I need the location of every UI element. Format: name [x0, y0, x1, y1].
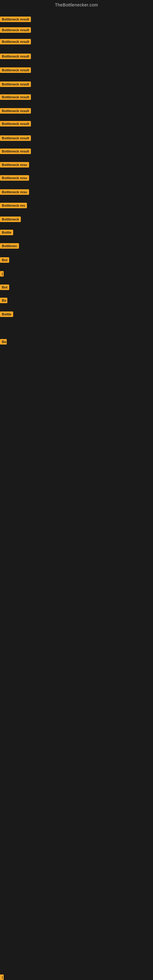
- bottleneck-badge[interactable]: Bot: [0, 257, 9, 263]
- bottleneck-badge-row-25: |: [0, 975, 4, 980]
- bottleneck-badge[interactable]: |: [0, 975, 4, 980]
- bottleneck-badge-row-1: Bottleneck result: [0, 16, 31, 23]
- bottleneck-badge[interactable]: Bottlenec: [0, 243, 19, 249]
- bottleneck-badge-row-12: Bottleneck resu: [0, 162, 29, 169]
- bottleneck-badge[interactable]: Bottleneck result: [0, 54, 31, 59]
- bottleneck-badge[interactable]: Bottleneck resu: [0, 162, 29, 167]
- bottleneck-badge-row-20: |: [0, 271, 4, 278]
- bottleneck-badge[interactable]: Bo: [0, 298, 7, 303]
- bottleneck-badge[interactable]: Bottleneck result: [0, 67, 31, 73]
- bottleneck-badge-row-16: Bottleneck: [0, 216, 21, 223]
- bottleneck-badge-row-24: Bo: [0, 339, 7, 346]
- bottleneck-badge[interactable]: Bottleneck result: [0, 121, 31, 126]
- bottleneck-badge-row-17: Bottle: [0, 230, 13, 236]
- bottleneck-badge-row-13: Bottleneck resu: [0, 175, 29, 182]
- bottleneck-badge-row-9: Bottleneck result: [0, 121, 31, 128]
- bottleneck-badge[interactable]: Bottleneck result: [0, 27, 31, 33]
- bottleneck-badge[interactable]: Bottleneck result: [0, 16, 31, 22]
- bottleneck-badge-row-18: Bottlenec: [0, 243, 19, 250]
- bottleneck-badge-row-14: Bottleneck resu: [0, 189, 29, 196]
- bottleneck-badge[interactable]: Bot: [0, 285, 9, 290]
- bottleneck-badge-row-11: Bottleneck result: [0, 148, 31, 155]
- site-title: TheBottlenecker.com: [0, 0, 153, 10]
- bottleneck-badge-row-3: Bottleneck result: [0, 39, 31, 46]
- bottleneck-badge[interactable]: Bottleneck: [0, 216, 21, 222]
- bottleneck-badge-row-2: Bottleneck result: [0, 27, 31, 34]
- bottleneck-badge[interactable]: Bottleneck res: [0, 203, 27, 208]
- bottleneck-badge-row-7: Bottleneck result: [0, 94, 31, 101]
- bottleneck-badge[interactable]: Bottleneck result: [0, 108, 31, 114]
- bottleneck-badge-row-22: Bo: [0, 298, 7, 304]
- bottleneck-badge[interactable]: Bottleneck result: [0, 39, 31, 45]
- bottleneck-badge[interactable]: Bottleneck resu: [0, 189, 29, 195]
- bottleneck-badge-row-23: Bottle: [0, 312, 13, 318]
- bottleneck-badge[interactable]: Bottleneck result: [0, 81, 31, 87]
- bottleneck-badge[interactable]: Bottle: [0, 312, 13, 317]
- bottleneck-badge-row-21: Bot: [0, 285, 9, 291]
- bottleneck-badge-row-6: Bottleneck result: [0, 81, 31, 88]
- bottleneck-badge-row-8: Bottleneck result: [0, 108, 31, 115]
- bottleneck-badge-row-19: Bot: [0, 257, 9, 264]
- bottleneck-badge-row-4: Bottleneck result: [0, 54, 31, 60]
- bottleneck-badge-row-10: Bottleneck result: [0, 135, 31, 142]
- bottleneck-badge[interactable]: Bottle: [0, 230, 13, 235]
- bottleneck-badge[interactable]: Bottleneck resu: [0, 175, 29, 181]
- bottleneck-badge[interactable]: Bo: [0, 339, 7, 345]
- bottleneck-badge[interactable]: Bottleneck result: [0, 148, 31, 154]
- bottleneck-badge[interactable]: Bottleneck result: [0, 135, 31, 141]
- bottleneck-badge-row-5: Bottleneck result: [0, 67, 31, 74]
- bottleneck-badge[interactable]: Bottleneck result: [0, 94, 31, 100]
- bottleneck-badge-row-15: Bottleneck res: [0, 203, 27, 210]
- bottleneck-badge[interactable]: |: [0, 271, 4, 277]
